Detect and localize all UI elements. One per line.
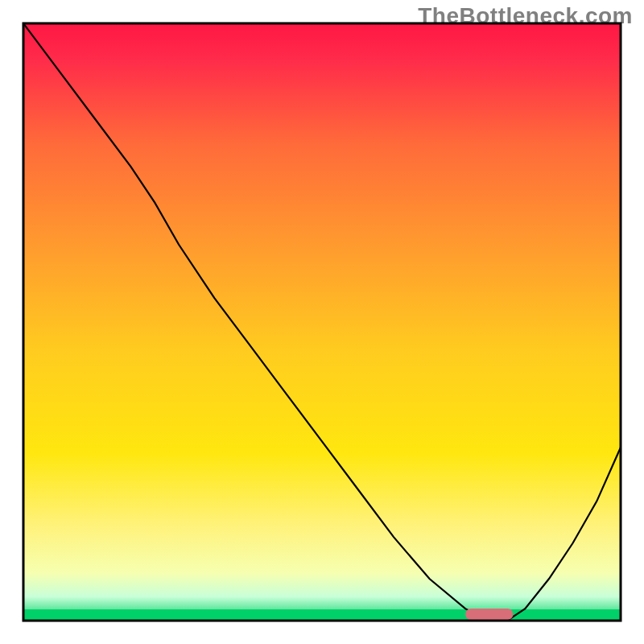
green-baseline-band [23,609,621,621]
chart-root: TheBottleneck.com [0,0,644,644]
plot-background [23,23,621,621]
bottleneck-chart [0,0,644,644]
optimal-marker [465,609,513,620]
